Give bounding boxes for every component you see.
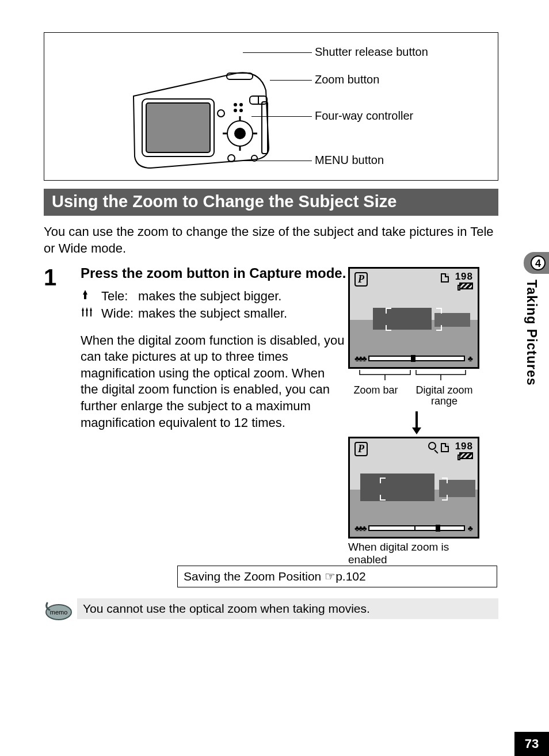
- svg-point-9: [240, 104, 242, 106]
- page-number: 73: [514, 732, 549, 756]
- bracket-lines: [348, 369, 479, 381]
- camera-diagram-box: Shutter release button Zoom button Four-…: [44, 32, 498, 181]
- camera-illustration: [122, 56, 277, 171]
- svg-text:memo: memo: [50, 609, 68, 616]
- memory-icon: [441, 443, 449, 452]
- chapter-number: 4: [531, 255, 546, 270]
- chapter-title: Taking Pictures: [524, 276, 545, 386]
- caption-digital-enabled: When digital zoom is enabled: [348, 541, 485, 566]
- mode-badge: P: [354, 442, 368, 456]
- mode-badge: P: [354, 272, 368, 287]
- memory-icon: [441, 273, 449, 282]
- zoom-tele-icon: ♣: [468, 354, 473, 363]
- zoom-bar: ♣♣♣ ♣: [354, 354, 473, 363]
- svg-point-3: [235, 128, 245, 139]
- zoom-wide-icon: ♣♣♣: [354, 354, 365, 363]
- lcd-screens-column: P 198 ♣♣♣ ♣ Zoom bar Digital zoom range: [348, 267, 485, 566]
- shots-remaining: 198: [455, 441, 473, 452]
- memo-note: memo You cannot use the optical zoom whe…: [44, 598, 498, 624]
- label-zoom-button: Zoom button: [315, 73, 379, 86]
- caption-zoom-bar: Zoom bar: [348, 385, 403, 407]
- cross-reference-box: Saving the Zoom Position ☞p.102: [177, 566, 497, 587]
- section-heading: Using the Zoom to Change the Subject Siz…: [44, 189, 498, 216]
- svg-point-8: [234, 104, 237, 106]
- chapter-side-tab: 4 Taking Pictures: [524, 252, 549, 386]
- svg-rect-1: [146, 103, 210, 152]
- arrow-down-icon: [348, 410, 485, 436]
- wide-icon: [81, 305, 101, 322]
- zoom-bar: ♣♣♣ ♣: [354, 524, 473, 533]
- label-menu-button: MENU button: [315, 154, 384, 167]
- svg-point-7: [218, 110, 224, 117]
- lcd-screen-optical: P 198 ♣♣♣ ♣: [348, 267, 479, 369]
- step-paragraph: When the digital zoom function is disabl…: [81, 333, 345, 432]
- wide-label: Wide:: [101, 305, 138, 322]
- label-fourway: Four-way controller: [315, 109, 413, 123]
- step-number: 1: [44, 265, 81, 431]
- memo-icon: memo: [44, 598, 77, 624]
- tele-label: Tele:: [101, 288, 138, 305]
- tele-icon: [81, 288, 101, 305]
- caption-digital-range-1: Digital zoom: [415, 384, 472, 396]
- shots-remaining: 198: [455, 271, 473, 282]
- tele-desc: makes the subject bigger.: [138, 288, 281, 305]
- zoom-wide-icon: ♣♣♣: [354, 524, 365, 533]
- lcd-screen-digital: P 198 ♣♣♣ ♣: [348, 437, 479, 539]
- wide-desc: makes the subject smaller.: [138, 305, 287, 322]
- battery-icon: [459, 282, 473, 289]
- zoom-tele-icon: ♣: [468, 524, 473, 533]
- magnify-icon: [428, 442, 436, 450]
- label-shutter: Shutter release button: [315, 45, 428, 59]
- intro-paragraph: You can use the zoom to change the size …: [44, 224, 498, 257]
- battery-icon: [459, 452, 473, 459]
- svg-point-11: [240, 109, 242, 112]
- caption-digital-range-2: range: [431, 395, 458, 407]
- memo-text: You cannot use the optical zoom when tak…: [77, 598, 498, 619]
- svg-point-10: [234, 109, 237, 112]
